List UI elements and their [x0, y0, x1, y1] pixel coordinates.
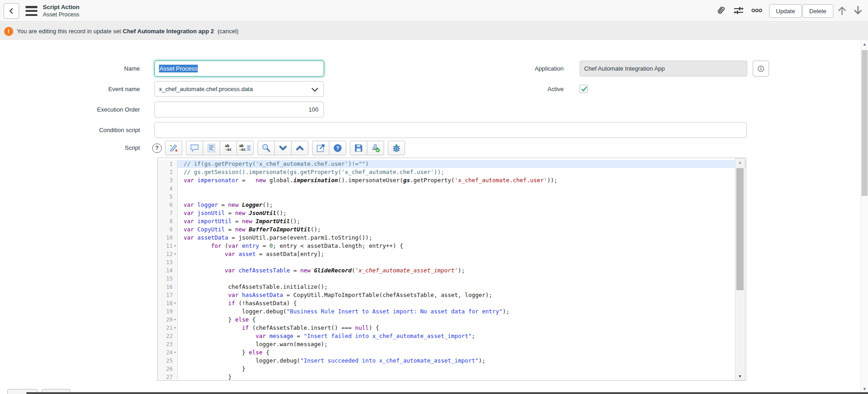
syntax-check-button[interactable]: [367, 141, 384, 155]
selected-text: Asset Process: [159, 65, 198, 72]
notification-prefix: You are editing this record in update se…: [17, 28, 121, 35]
code-line[interactable]: 8var importUtil = new ImportUtil();: [158, 217, 746, 225]
window-edge-bar: [26, 392, 868, 394]
fold-arrow-icon[interactable]: ▾: [173, 348, 177, 357]
event-name-select[interactable]: x_chef_automate.chef.process.data: [154, 81, 324, 97]
execution-order-label: Execution Order: [27, 102, 140, 118]
stamp-check-icon: [370, 143, 380, 153]
script-help-button[interactable]: ?: [152, 143, 162, 153]
editor-scroll-up-icon[interactable]: ▲: [735, 160, 745, 164]
code-line[interactable]: 26 }: [158, 365, 746, 373]
line-number-gutter: 1: [158, 160, 178, 168]
code-line[interactable]: 2// gs.getSession().impersonate(gs.getPr…: [158, 168, 746, 176]
sliders-icon: [733, 5, 745, 16]
code-line[interactable]: 3var impersonator = new global.impersina…: [158, 176, 746, 184]
line-number-gutter: 14: [158, 266, 178, 275]
code-line[interactable]: 23 logger.warn(message);: [158, 340, 746, 348]
name-label: Name: [27, 61, 140, 77]
replace-button[interactable]: ab →ac: [220, 141, 237, 155]
name-input[interactable]: Asset Process: [154, 61, 324, 77]
fold-arrow-icon[interactable]: ▾: [173, 324, 177, 332]
record-name-subtitle: Asset Process: [43, 11, 79, 18]
find-previous-button[interactable]: [291, 141, 308, 155]
script-editor[interactable]: 1// if(gs.getProperty('x_chef_automate.c…: [157, 158, 746, 381]
update-set-notification: ! You are editing this record in update …: [0, 22, 868, 40]
page-scrollbar[interactable]: ▲ ▼: [861, 40, 868, 394]
execution-order-input[interactable]: 100: [154, 102, 324, 118]
code-line[interactable]: 27 }: [158, 373, 746, 381]
line-number-gutter: 26: [158, 365, 178, 373]
editor-help-button[interactable]: ?: [329, 141, 346, 155]
toggle-comment-button[interactable]: [186, 141, 203, 155]
code-line[interactable]: 4: [158, 184, 746, 193]
fold-arrow-icon[interactable]: ▾: [173, 299, 177, 307]
chevron-down-bold-icon: [278, 144, 288, 152]
code-line[interactable]: 18▾ if (!hasAssetData) {: [158, 299, 746, 307]
code-line[interactable]: 1// if(gs.getProperty('x_chef_automate.c…: [158, 160, 746, 168]
code-line[interactable]: 7var jsonUtil = new JsonUtil();: [158, 209, 746, 217]
replace-all-button[interactable]: ab →ac: [236, 141, 254, 155]
application-info-button[interactable]: [753, 61, 769, 77]
context-menu-icon[interactable]: [26, 6, 37, 16]
code-line[interactable]: 16 chefAssetsTable.initialize();: [158, 283, 746, 291]
next-record-button[interactable]: [851, 4, 865, 17]
code-line[interactable]: 25 logger.debug("Insert succeeded into x…: [158, 357, 746, 365]
page-scroll-down-icon[interactable]: ▼: [861, 387, 868, 391]
line-number-gutter: 12▾: [158, 250, 178, 258]
paperclip-icon: [713, 3, 729, 18]
delete-button[interactable]: Delete: [802, 4, 833, 18]
fold-arrow-icon[interactable]: ▾: [173, 250, 177, 258]
editor-scrollbar[interactable]: ▲ ▼: [735, 158, 745, 380]
fold-arrow-icon[interactable]: ▾: [173, 316, 177, 324]
script-editor-toolbar: ?: [152, 141, 409, 155]
code-line[interactable]: 17 var hasAssetData = CopyUtil.MapToImpo…: [158, 291, 746, 299]
line-number-gutter: 8: [158, 217, 178, 225]
format-document-button[interactable]: [203, 141, 220, 155]
code-line[interactable]: 9var CopyUtil = new BufferToImportUtil()…: [158, 225, 746, 234]
debug-button[interactable]: [388, 141, 405, 155]
code-line[interactable]: 10var assetData = jsonUtil.parse(event.p…: [158, 234, 746, 242]
code-line[interactable]: 6var logger = new Logger();: [158, 201, 746, 209]
fold-arrow-icon[interactable]: ▾: [173, 242, 177, 250]
code-line[interactable]: 19 logger.debug("Business Rule Insert to…: [158, 307, 746, 316]
script-label: Script: [27, 141, 140, 155]
back-button[interactable]: [4, 3, 19, 19]
open-in-editor-button[interactable]: [312, 141, 329, 155]
code-line[interactable]: 15: [158, 275, 746, 283]
code-line[interactable]: 21▾ if (chefAssetsTable.insert() === nul…: [158, 324, 746, 332]
editor-scrollbar-thumb[interactable]: [736, 168, 744, 290]
code-line[interactable]: 22 var message = "Insert failed into x_c…: [158, 332, 746, 340]
active-label: Active: [454, 81, 564, 97]
attachment-button[interactable]: [714, 4, 728, 17]
page-scrollbar-thumb[interactable]: [862, 50, 868, 196]
save-button[interactable]: [350, 141, 367, 155]
info-icon: [756, 64, 765, 73]
cancel-link[interactable]: (cancel): [217, 28, 238, 35]
ellipsis-icon: [751, 8, 763, 13]
code-line[interactable]: 13: [158, 258, 746, 266]
more-options-button[interactable]: [750, 4, 764, 17]
execution-order-value: 100: [308, 106, 318, 113]
update-button[interactable]: Update: [769, 4, 802, 18]
code-line[interactable]: 5: [158, 193, 746, 201]
find-next-button[interactable]: [274, 141, 292, 155]
line-number-gutter: 9: [158, 225, 178, 234]
format-code-button[interactable]: [165, 141, 182, 155]
condition-script-input[interactable]: [154, 122, 747, 138]
text-lines-icon: [207, 143, 216, 153]
code-line[interactable]: 12▾ var asset = assetData[entry];: [158, 250, 746, 258]
line-number-gutter: 15: [158, 275, 178, 283]
personalize-form-button[interactable]: [732, 4, 745, 17]
code-line[interactable]: 20▾ } else {: [158, 316, 746, 324]
application-label: Application: [454, 61, 564, 77]
previous-record-button[interactable]: [835, 4, 849, 17]
script-action-form-page: Script Action Asset Process: [0, 0, 868, 394]
active-checkbox[interactable]: [580, 85, 588, 93]
editor-scroll-down-icon[interactable]: ▼: [735, 374, 745, 379]
code-line[interactable]: 24▾ } else {: [158, 348, 746, 357]
code-line[interactable]: 14 var chefAssetsTable = new GlideRecord…: [158, 266, 746, 275]
page-scroll-up-icon[interactable]: ▲: [861, 42, 868, 46]
line-number-gutter: 21▾: [158, 324, 178, 332]
code-line[interactable]: 11▾ for (var entry = 0; entry < assetDat…: [158, 242, 746, 250]
search-button[interactable]: [257, 141, 275, 155]
